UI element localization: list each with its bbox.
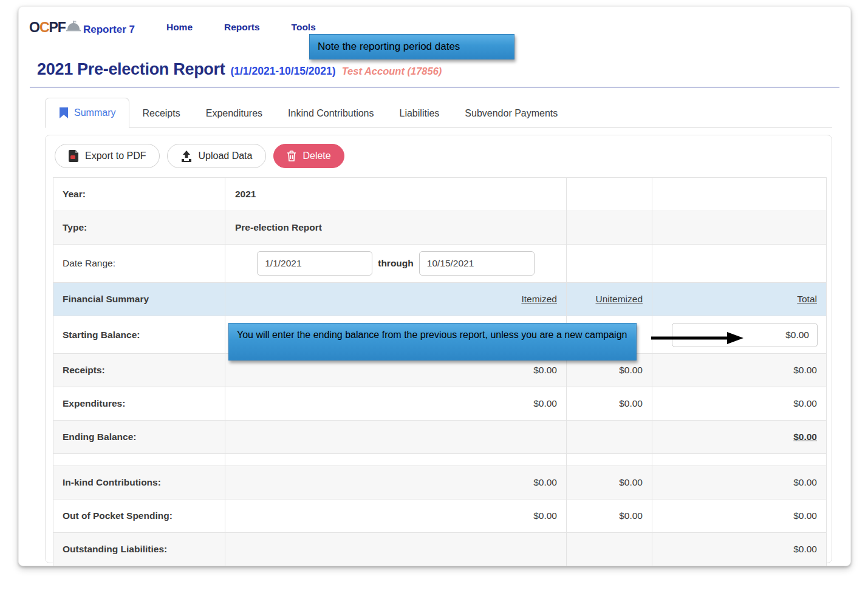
outstanding-liabilities-label: Outstanding Liabilities: bbox=[53, 533, 225, 566]
inkind-unitemized: $0.00 bbox=[567, 466, 652, 499]
year-label: Year: bbox=[53, 178, 225, 211]
button-label: Upload Data bbox=[198, 151, 252, 161]
column-header-total: Total bbox=[652, 283, 827, 316]
table-row-type: Type: Pre-election Report bbox=[53, 211, 827, 245]
delete-button[interactable]: Delete bbox=[273, 144, 344, 168]
title-divider bbox=[30, 87, 839, 87]
date-range-label: Date Range: bbox=[53, 245, 225, 283]
type-value: Pre-election Report bbox=[225, 211, 567, 245]
expenditures-total: $0.00 bbox=[652, 387, 827, 421]
upload-icon bbox=[181, 151, 192, 162]
through-label: through bbox=[378, 258, 414, 269]
type-label: Type: bbox=[53, 211, 225, 245]
starting-balance-label: Starting Balance: bbox=[53, 316, 225, 354]
table-row-outstanding-liabilities: Outstanding Liabilities: $0.00 bbox=[53, 533, 827, 566]
annotation-text: You will enter the ending balance from t… bbox=[237, 330, 627, 340]
out-of-pocket-unitemized: $0.00 bbox=[567, 499, 652, 533]
tab-subvendor-payments[interactable]: Subvendor Payments bbox=[452, 100, 570, 127]
ocpf-logo: OCPF bbox=[29, 21, 66, 35]
expenditures-unitemized: $0.00 bbox=[567, 387, 652, 421]
report-period-dates: (1/1/2021-10/15/2021) bbox=[230, 65, 335, 78]
expenditures-itemized: $0.00 bbox=[225, 387, 567, 421]
table-row-date-range: Date Range: through bbox=[53, 245, 827, 283]
table-row-expenditures: Expenditures: $0.00 $0.00 $0.00 bbox=[53, 387, 827, 421]
export-to-pdf-button[interactable]: Export to PDF bbox=[55, 144, 160, 168]
tab-liabilities[interactable]: Liabilities bbox=[387, 100, 453, 127]
inkind-contributions-label: In-kind Contributions: bbox=[53, 466, 225, 499]
ending-balance-total: $0.00 bbox=[652, 421, 827, 454]
tab-label: Summary bbox=[74, 107, 115, 118]
tab-expenditures[interactable]: Expenditures bbox=[193, 100, 275, 127]
report-tabs: Summary Receipts Expenditures Inkind Con… bbox=[45, 98, 832, 128]
tab-summary[interactable]: Summary bbox=[45, 98, 129, 128]
annotation-arrow-icon bbox=[651, 331, 743, 348]
page-header: 2021 Pre-election Report (1/1/2021-10/15… bbox=[37, 60, 832, 79]
page-title: 2021 Pre-election Report bbox=[37, 60, 225, 79]
trash-icon bbox=[287, 151, 296, 161]
button-label: Delete bbox=[302, 151, 330, 161]
bookmark-icon bbox=[59, 107, 69, 119]
app-window: OCPF Reporter 7 Home Reports Tools Note … bbox=[18, 6, 851, 566]
table-row-inkind-contributions: In-kind Contributions: $0.00 $0.00 $0.00 bbox=[53, 466, 827, 499]
nav-link-tools[interactable]: Tools bbox=[292, 22, 316, 32]
account-name: Test Account (17856) bbox=[342, 66, 442, 77]
inkind-total: $0.00 bbox=[652, 466, 827, 499]
report-summary-table: Year: 2021 Type: Pre-election Report Dat… bbox=[53, 177, 827, 566]
nav-link-reports[interactable]: Reports bbox=[224, 22, 260, 32]
tab-inkind-contributions[interactable]: Inkind Contributions bbox=[275, 100, 386, 127]
upload-data-button[interactable]: Upload Data bbox=[167, 144, 266, 168]
table-row-ending-balance: Ending Balance: $0.00 bbox=[53, 421, 827, 454]
receipts-label: Receipts: bbox=[53, 354, 225, 387]
outstanding-liabilities-total: $0.00 bbox=[652, 533, 827, 566]
date-from-input[interactable] bbox=[257, 251, 372, 276]
financial-summary-label: Financial Summary bbox=[53, 283, 225, 316]
toolbar: Export to PDF Upload Data Delete bbox=[55, 144, 824, 168]
expenditures-label: Expenditures: bbox=[53, 387, 225, 421]
year-value: 2021 bbox=[225, 178, 567, 211]
annotation-callout-reporting-period: Note the reporting period dates bbox=[309, 34, 514, 59]
out-of-pocket-label: Out of Pocket Spending: bbox=[53, 499, 225, 533]
inkind-itemized: $0.00 bbox=[225, 466, 567, 499]
table-spacer-row bbox=[53, 454, 827, 466]
tab-receipts[interactable]: Receipts bbox=[129, 100, 193, 127]
annotation-text: Note the reporting period dates bbox=[318, 41, 460, 53]
out-of-pocket-total: $0.00 bbox=[652, 499, 827, 533]
date-to-input[interactable] bbox=[419, 251, 535, 276]
app-name: Reporter 7 bbox=[83, 24, 135, 35]
receipts-total: $0.00 bbox=[652, 354, 827, 387]
nav-link-home[interactable]: Home bbox=[166, 22, 193, 32]
column-header-unitemized: Unitemized bbox=[567, 283, 652, 316]
column-header-itemized: Itemized bbox=[225, 283, 567, 316]
ending-balance-label: Ending Balance: bbox=[53, 421, 225, 454]
table-row-financial-summary-header: Financial Summary Itemized Unitemized To… bbox=[53, 283, 827, 316]
brand-link[interactable]: OCPF Reporter 7 bbox=[29, 21, 135, 35]
pdf-file-icon bbox=[69, 150, 79, 162]
out-of-pocket-itemized: $0.00 bbox=[225, 499, 567, 533]
annotation-callout-starting-balance: You will enter the ending balance from t… bbox=[228, 323, 637, 361]
top-nav: OCPF Reporter 7 Home Reports Tools bbox=[19, 7, 850, 36]
button-label: Export to PDF bbox=[85, 151, 146, 161]
table-row-out-of-pocket: Out of Pocket Spending: $0.00 $0.00 $0.0… bbox=[53, 499, 827, 533]
table-row-year: Year: 2021 bbox=[53, 178, 827, 211]
statehouse-dome-icon bbox=[66, 21, 81, 35]
